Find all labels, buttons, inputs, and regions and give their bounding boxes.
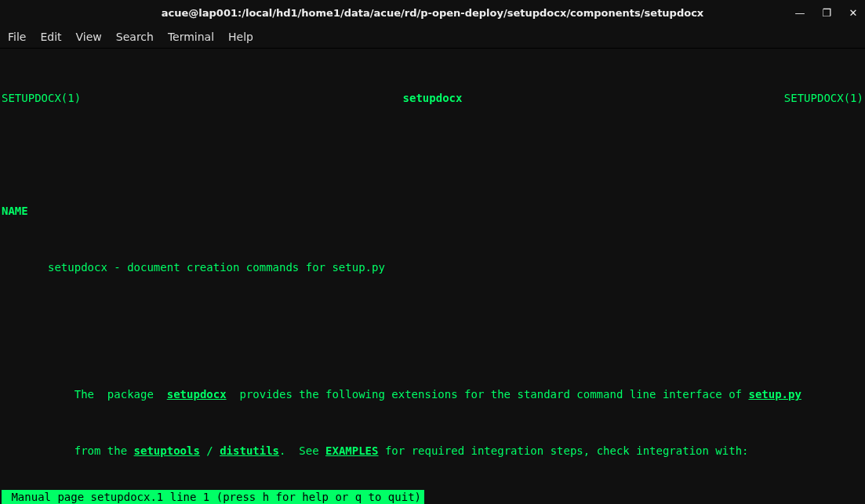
link-setup-py: setup.py xyxy=(748,388,801,401)
maximize-icon[interactable]: ❐ xyxy=(820,7,834,19)
name-line: setupdocx - document creation commands f… xyxy=(2,261,385,274)
window-titlebar: acue@lap001:/local/hd1/home1/data/acue/r… xyxy=(0,0,865,25)
menu-help[interactable]: Help xyxy=(228,31,253,43)
para2-text-e: . See xyxy=(279,444,325,457)
menu-view[interactable]: View xyxy=(76,31,102,43)
link-distutils: distutils xyxy=(220,444,279,457)
menu-file[interactable]: File xyxy=(8,31,26,43)
window-controls: — ❐ ✕ xyxy=(793,0,860,25)
link-setupdocx: setupdocx xyxy=(167,388,227,401)
menu-search[interactable]: Search xyxy=(116,31,154,43)
para1-text-c: provides the following extensions for th… xyxy=(227,388,749,401)
terminal-viewport[interactable]: SETUPDOCX(1) setupdocx SETUPDOCX(1) NAME… xyxy=(0,49,865,504)
close-icon[interactable]: ✕ xyxy=(846,7,860,19)
man-status-line: Manual page setupdocx.1 line 1 (press h … xyxy=(2,490,424,504)
para1-text-a: The package xyxy=(28,388,167,401)
menu-edit[interactable]: Edit xyxy=(40,31,61,43)
minimize-icon[interactable]: — xyxy=(793,7,807,19)
para2-text-c: / xyxy=(200,444,220,457)
menu-terminal[interactable]: Terminal xyxy=(168,31,214,43)
window-title: acue@lap001:/local/hd1/home1/data/acue/r… xyxy=(162,7,703,19)
para2-text-a: from the xyxy=(28,444,134,457)
menu-bar: File Edit View Search Terminal Help xyxy=(0,25,865,49)
section-name: NAME xyxy=(2,205,28,217)
man-header-left: SETUPDOCX(1) xyxy=(2,91,81,105)
link-examples: EXAMPLES xyxy=(325,444,378,457)
man-header-right: SETUPDOCX(1) xyxy=(784,91,863,105)
link-setuptools: setuptools xyxy=(134,444,200,457)
man-header-center: setupdocx xyxy=(403,91,463,105)
para2-text-g: for required integration steps, check in… xyxy=(378,444,748,457)
